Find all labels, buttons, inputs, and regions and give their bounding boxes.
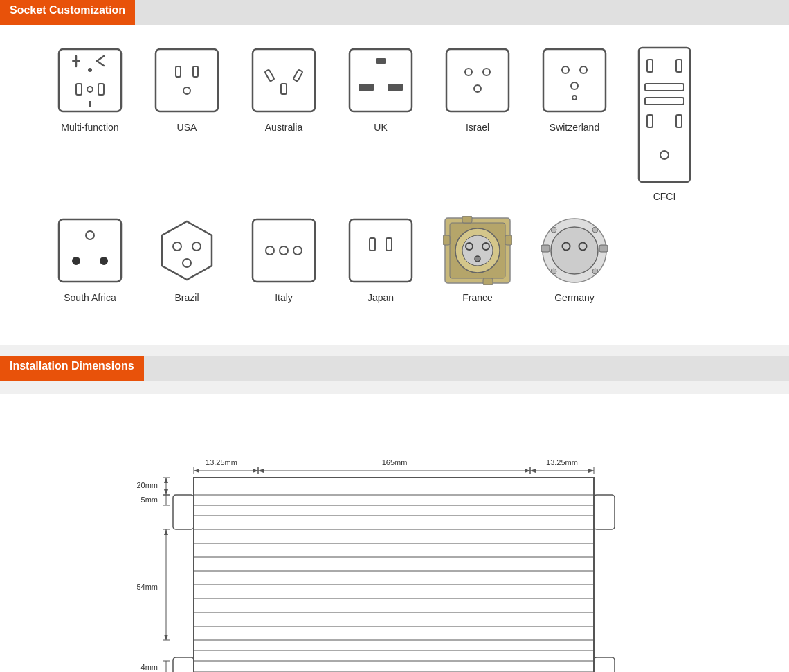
svg-rect-69 — [541, 245, 550, 252]
svg-point-71 — [551, 227, 556, 233]
svg-rect-39 — [59, 219, 121, 282]
switzerland-icon — [540, 46, 609, 115]
svg-marker-115 — [164, 478, 168, 483]
dim-top-center: 165mm — [382, 458, 408, 466]
socket-row-2: South Africa Brazil — [42, 216, 747, 303]
socket-item-france: France — [429, 216, 526, 303]
dimensions-header-label: Installation Dimensions — [0, 356, 144, 381]
socket-section: Socket Customization — [0, 0, 789, 345]
svg-point-38 — [660, 151, 669, 159]
svg-marker-116 — [164, 489, 168, 495]
svg-rect-34 — [645, 84, 684, 91]
multifunction-label: Multi-function — [61, 122, 118, 133]
southafrica-label: South Africa — [64, 292, 116, 303]
germany-label: Germany — [554, 292, 595, 303]
svg-rect-47 — [253, 219, 315, 282]
svg-rect-61 — [443, 235, 450, 245]
svg-marker-100 — [194, 469, 199, 473]
svg-rect-77 — [594, 495, 615, 529]
dim-left-54mm: 54mm — [136, 583, 158, 591]
uk-label: UK — [374, 122, 387, 133]
dim-top-left: 13.25mm — [206, 458, 237, 466]
usa-icon — [152, 46, 221, 115]
svg-rect-15 — [264, 69, 274, 81]
socket-item-usa: USA — [138, 46, 235, 133]
svg-marker-105 — [258, 469, 264, 473]
svg-point-60 — [475, 256, 480, 262]
svg-rect-51 — [350, 219, 412, 282]
australia-label: Australia — [265, 122, 302, 133]
france-icon — [443, 216, 512, 285]
svg-rect-26 — [543, 49, 606, 111]
svg-point-49 — [280, 246, 288, 255]
svg-rect-78 — [594, 657, 615, 672]
svg-point-50 — [293, 246, 302, 255]
svg-rect-64 — [483, 278, 493, 285]
svg-line-3 — [97, 56, 104, 61]
svg-point-28 — [580, 66, 587, 73]
brazil-icon — [152, 216, 221, 285]
svg-marker-43 — [162, 221, 212, 280]
svg-point-24 — [483, 69, 490, 75]
svg-rect-79 — [194, 478, 594, 672]
svg-point-42 — [100, 257, 108, 265]
svg-rect-37 — [676, 115, 682, 127]
svg-point-5 — [88, 68, 92, 72]
svg-point-74 — [592, 269, 598, 274]
israel-icon — [443, 46, 512, 115]
diagram-container: 13.25mm 165mm 13.25mm — [42, 415, 747, 672]
svg-point-66 — [551, 227, 598, 274]
socket-item-cfci: CFCI — [623, 46, 706, 202]
socket-content: Multi-function USA — [0, 25, 789, 345]
socket-item-uk: UK — [332, 46, 429, 133]
svg-point-73 — [551, 269, 556, 274]
svg-rect-17 — [281, 84, 287, 94]
svg-point-29 — [571, 82, 578, 89]
germany-icon — [540, 216, 609, 285]
svg-rect-22 — [446, 49, 509, 111]
svg-marker-123 — [164, 529, 168, 535]
socket-row-1: Multi-function USA — [42, 46, 747, 202]
svg-rect-33 — [676, 60, 682, 72]
svg-point-30 — [572, 96, 577, 100]
socket-item-australia: Australia — [235, 46, 332, 133]
australia-icon — [249, 46, 318, 115]
svg-rect-8 — [98, 84, 104, 95]
svg-rect-10 — [156, 49, 218, 111]
svg-rect-76 — [173, 657, 194, 672]
svg-point-23 — [465, 69, 472, 75]
svg-point-45 — [192, 242, 201, 251]
socket-item-japan: Japan — [332, 216, 429, 303]
svg-rect-62 — [505, 235, 512, 245]
svg-marker-111 — [588, 469, 594, 473]
svg-rect-6 — [76, 84, 82, 95]
socket-item-switzerland: Switzerland — [526, 46, 623, 133]
svg-rect-20 — [359, 84, 374, 91]
svg-marker-106 — [525, 469, 530, 473]
svg-point-40 — [86, 231, 94, 239]
svg-point-48 — [266, 246, 274, 255]
socket-item-multifunction: Multi-function — [42, 46, 138, 133]
france-label: France — [462, 292, 493, 303]
cfci-icon — [637, 46, 692, 184]
svg-point-72 — [592, 227, 598, 233]
japan-icon — [346, 216, 415, 285]
socket-item-israel: Israel — [429, 46, 526, 133]
cfci-label: CFCI — [653, 191, 676, 202]
socket-item-germany: Germany — [526, 216, 623, 303]
dimensions-content: 13.25mm 165mm 13.25mm — [0, 394, 789, 672]
svg-point-46 — [183, 259, 191, 267]
svg-rect-21 — [388, 84, 403, 91]
socket-item-italy: Italy — [235, 216, 332, 303]
southafrica-icon — [55, 216, 125, 285]
multifunction-icon — [55, 46, 125, 115]
socket-item-southafrica: South Africa — [42, 216, 138, 303]
socket-header-label: Socket Customization — [0, 0, 135, 25]
dimensions-section: Installation Dimensions — [0, 356, 789, 672]
socket-header-bar: Socket Customization — [0, 0, 789, 25]
svg-rect-32 — [647, 60, 653, 72]
svg-rect-36 — [647, 115, 653, 127]
israel-label: Israel — [466, 122, 489, 133]
svg-rect-11 — [176, 66, 181, 77]
svg-point-27 — [562, 66, 569, 73]
